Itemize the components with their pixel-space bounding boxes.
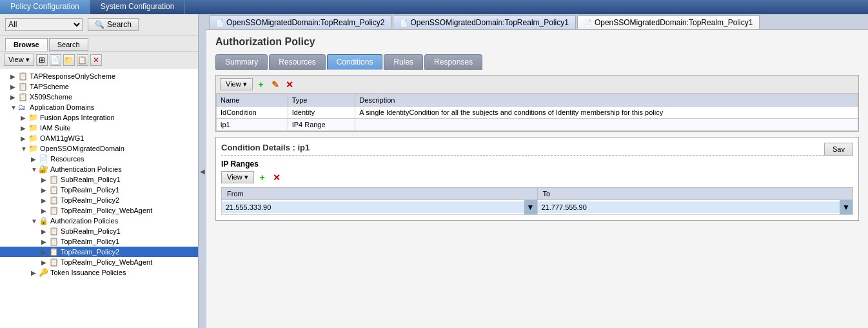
cell-name: ip1 <box>217 119 288 131</box>
conditions-add-icon[interactable]: + <box>255 79 267 90</box>
delete-icon[interactable]: ✕ <box>90 54 102 66</box>
authz-policy-icon: 🔒 <box>39 216 49 225</box>
tree-label: SubRealm_Policy1 <box>61 176 121 183</box>
tree-label: OpenSSOMigratedDomain <box>40 145 124 152</box>
tree-label: SubRealm_Policy1 <box>61 227 121 235</box>
doc-tab-icon: 📄 <box>584 19 592 26</box>
tree-item[interactable]: ▶ 📋 TopRealm_Policy1 <box>0 185 198 195</box>
condition-details: Condition Details : ip1 Sav IP Ranges Vi… <box>215 137 859 221</box>
folder-icon: 📁 <box>28 134 39 143</box>
tree-item-iam-suite[interactable]: ▶ 📁 IAM Suite <box>0 123 198 133</box>
tree-toolbar: View ▾ ⊞ 📄 📁 📋 ✕ <box>0 52 198 68</box>
table-row[interactable]: ip1 IP4 Range <box>217 119 858 131</box>
save-button[interactable]: Sav <box>824 143 853 156</box>
folder-icon[interactable]: 📁 <box>63 54 75 66</box>
conditions-table: Name Type Description IdCondition Identi… <box>216 94 858 131</box>
nav-policy-config[interactable]: Policy Configuration <box>0 0 90 14</box>
page-title: Authorization Policy <box>215 36 859 48</box>
tree-item-application-domains[interactable]: ▼ 🗂 Application Domains <box>0 102 198 112</box>
tree-label: TAPScheme <box>30 83 69 90</box>
ip-from-input[interactable] <box>222 201 524 213</box>
ip-delete-icon[interactable]: ✕ <box>271 172 282 183</box>
tree-container: ▶ 📋 TAPResponseOnlyScheme ▶ 📋 TAPScheme … <box>0 68 198 328</box>
doc-tabs: 📄 OpenSSOMigratedDomain:TopRealm_Policy2… <box>206 14 868 30</box>
right-panel: 📄 OpenSSOMigratedDomain:TopRealm_Policy2… <box>206 14 868 328</box>
tree-label: Resources <box>50 155 84 163</box>
tree-item[interactable]: ▶ 📋 TopRealm_Policy_WebAgent <box>0 257 198 267</box>
conditions-view-btn[interactable]: View ▾ <box>220 78 253 90</box>
col-from: From <box>222 188 538 200</box>
doc-tab-3[interactable]: 📄 OpenSSOMigratedDomain:TopRealm_Policy1 <box>577 15 760 29</box>
policy-icon: 📋 <box>18 92 28 101</box>
tab-resources[interactable]: Resources <box>269 54 325 70</box>
collapse-button[interactable]: ◀ <box>199 14 206 328</box>
tree-label: TAPResponseOnlyScheme <box>30 72 115 80</box>
tab-responses[interactable]: Responses <box>424 54 482 70</box>
tree-item[interactable]: ▶ 📋 TAPScheme <box>0 81 198 92</box>
cell-type: IP4 Range <box>288 119 355 131</box>
condition-details-header: Condition Details : ip1 Sav <box>221 143 853 156</box>
tree-item-fusion-apps[interactable]: ▶ 📁 Fusion Apps Integration <box>0 112 198 123</box>
tree-item-authz-policies[interactable]: ▼ 🔒 Authorization Policies <box>0 216 198 226</box>
tree-item-auth-policies[interactable]: ▼ 🔐 Authentication Policies <box>0 164 198 174</box>
conditions-area: View ▾ + ✎ ✕ Name Type Description <box>215 75 859 132</box>
filter-dropdown[interactable]: All <box>5 18 83 31</box>
tree-item-oam11g[interactable]: ▶ 📁 OAM11gWG1 <box>0 133 198 143</box>
doc-tab-2[interactable]: 📄 OpenSSOMigratedDomain:TopRealm_Policy1 <box>393 15 575 29</box>
left-top-bar: All 🔍 Search <box>0 14 198 36</box>
nav-system-config[interactable]: System Configuration <box>90 0 186 14</box>
tree-item-opensso[interactable]: ▼ 📁 OpenSSOMigratedDomain <box>0 143 198 154</box>
tree-item[interactable]: ▶ 📋 SubRealm_Policy1 <box>0 174 198 185</box>
tab-search[interactable]: Search <box>49 38 88 51</box>
clipboard-icon[interactable]: 📋 <box>77 54 88 66</box>
search-icon: 🔍 <box>95 20 104 29</box>
tree-label: TopRealm_Policy_WebAgent <box>61 207 152 214</box>
policy-icon: 📋 <box>49 206 59 215</box>
tree-item[interactable]: ▶ 📋 TopRealm_Policy2 <box>0 195 198 205</box>
ip-view-btn[interactable]: View ▾ <box>221 171 254 183</box>
tree-item[interactable]: ▶ 📋 TAPResponseOnlyScheme <box>0 71 198 81</box>
tree-item[interactable]: ▶ 📋 TopRealm_Policy1 <box>0 236 198 247</box>
conditions-delete-icon[interactable]: ✕ <box>284 79 295 90</box>
condition-details-title: Condition Details : ip1 <box>221 143 824 156</box>
resource-icon: 📄 <box>39 154 49 163</box>
table-row[interactable]: IdCondition Identity A single IdentityCo… <box>217 107 858 119</box>
tree-label: TopRealm_Policy2 <box>61 248 119 256</box>
tree-label: Token Issuance Policies <box>50 269 126 276</box>
new-doc-icon[interactable]: 📄 <box>50 54 61 66</box>
tree-item-resources[interactable]: ▶ 📄 Resources <box>0 154 198 164</box>
tab-rules[interactable]: Rules <box>384 54 423 70</box>
conditions-edit-icon[interactable]: ✎ <box>270 79 281 90</box>
expand-icon[interactable]: ⊞ <box>36 54 48 66</box>
tab-browse[interactable]: Browse <box>5 38 48 51</box>
policy-icon: 📋 <box>49 258 59 267</box>
tab-conditions[interactable]: Conditions <box>327 54 383 70</box>
ip-add-icon[interactable]: + <box>257 172 268 183</box>
cell-name: IdCondition <box>217 107 288 119</box>
ip-to-input[interactable] <box>538 201 840 213</box>
ip-ranges-table: From To ▼ <box>221 187 853 215</box>
view-button[interactable]: View ▾ <box>4 54 34 66</box>
tree-item[interactable]: ▶ 📋 SubRealm_Policy1 <box>0 226 198 236</box>
left-panel: All 🔍 Search Browse Search View ▾ ⊞ 📄 📁 … <box>0 14 199 328</box>
policy-icon: 📋 <box>49 227 59 236</box>
tree-item-selected[interactable]: ▶ 📋 TopRealm_Policy2 <box>0 247 198 257</box>
tree-item[interactable]: ▶ 📋 TopRealm_Policy_WebAgent <box>0 205 198 216</box>
from-clear-icon[interactable]: ▼ <box>524 200 537 214</box>
tree-label: IAM Suite <box>40 124 71 132</box>
doc-tab-icon: 📄 <box>216 19 224 26</box>
ip-to-cell: ▼ <box>537 200 853 215</box>
doc-tab-1[interactable]: 📄 OpenSSOMigratedDomain:TopRealm_Policy2 <box>209 15 391 29</box>
to-clear-icon[interactable]: ▼ <box>840 200 853 214</box>
search-button[interactable]: 🔍 Search <box>88 18 139 31</box>
folder-icon: 📁 <box>28 123 39 132</box>
doc-tab-label: OpenSSOMigratedDomain:TopRealm_Policy2 <box>226 18 384 27</box>
tree-item-token-policies[interactable]: ▶ 🔑 Token Issuance Policies <box>0 267 198 278</box>
tree-label: TopRealm_Policy1 <box>61 238 119 245</box>
col-desc: Description <box>355 94 858 107</box>
conditions-toolbar: View ▾ + ✎ ✕ <box>216 76 858 94</box>
tree-item[interactable]: ▶ 📋 X509Scheme <box>0 92 198 102</box>
cell-desc <box>355 119 858 131</box>
tab-summary[interactable]: Summary <box>215 54 268 70</box>
doc-tab-label: OpenSSOMigratedDomain:TopRealm_Policy1 <box>410 18 568 27</box>
